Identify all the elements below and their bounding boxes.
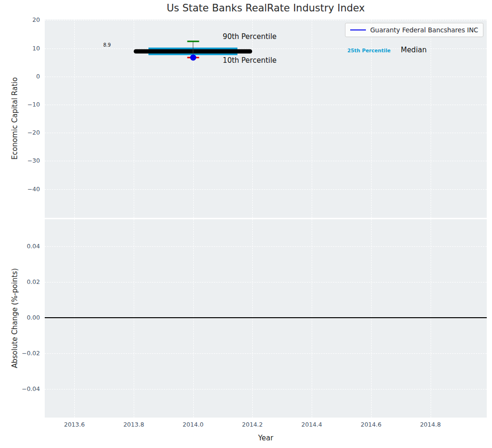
gridline-vertical [252,219,253,418]
y-tick-label: 0.00 [14,315,40,321]
y-tick-label: 20 [14,17,40,23]
gridline-horizontal [45,246,487,247]
gridline-vertical [74,219,75,418]
gridline-vertical [431,19,431,218]
legend: Guaranty Federal Bancshares INC [345,23,483,37]
y-tick-label: 10 [14,45,40,51]
gridline-horizontal [45,282,487,282]
annotation-median: Median [401,46,427,54]
annotation-25th-percentile: 25th Percentile [347,48,391,53]
gridline-horizontal [45,353,487,354]
gridline-vertical [193,219,194,418]
gridline-vertical [312,19,312,218]
annotation-90th-percentile: 90th Percentile [223,33,276,41]
y-axis-label-top: Economic Capital Ratio [10,77,19,159]
bottom-axes-absolute-change [45,219,487,418]
y-tick-label: −0.04 [14,386,40,392]
y-tick-label: −40 [14,186,40,192]
figure: Us State Banks RealRate Industry Index G… [0,0,492,448]
y-tick-label: 0.02 [14,279,40,285]
y-tick-label: 0.04 [14,243,40,250]
y-tick-label: 0 [14,74,40,80]
gridline-horizontal [45,389,487,390]
gridline-vertical [431,219,431,418]
p90-percentile-tick [187,41,199,42]
annotation-8-9: 8.9 [103,42,111,48]
x-axis-label: Year [45,434,487,442]
company-data-point [190,54,196,60]
y-tick-label: −10 [14,102,40,108]
x-tick-label: 2014.2 [242,422,263,428]
x-tick-label: 2014.8 [420,422,441,428]
gridline-vertical [252,19,253,218]
gridline-horizontal [45,77,487,77]
y-tick-label: −0.02 [14,351,40,357]
x-tick-label: 2014.4 [301,422,322,428]
gridline-horizontal [45,161,487,161]
x-tick-label: 2014.0 [183,422,204,428]
y-tick-label: −30 [14,158,40,164]
gridline-vertical [312,219,312,418]
x-tick-label: 2013.8 [123,422,144,428]
gridline-horizontal [45,133,487,133]
zero-reference-line [45,317,487,318]
chart-title: Us State Banks RealRate Industry Index [45,2,487,14]
gridline-vertical [371,219,372,418]
gridline-vertical [74,19,75,218]
legend-label: Guaranty Federal Bancshares INC [370,26,478,34]
legend-line-sample [350,29,366,31]
gridline-horizontal [45,20,487,20]
gridline-horizontal [45,189,487,190]
annotation-10th-percentile: 10th Percentile [223,57,276,65]
y-tick-label: −20 [14,130,40,136]
x-tick-label: 2013.6 [64,422,85,428]
gridline-vertical [134,219,134,418]
gridline-horizontal [45,105,487,105]
x-tick-label: 2014.6 [361,422,382,428]
